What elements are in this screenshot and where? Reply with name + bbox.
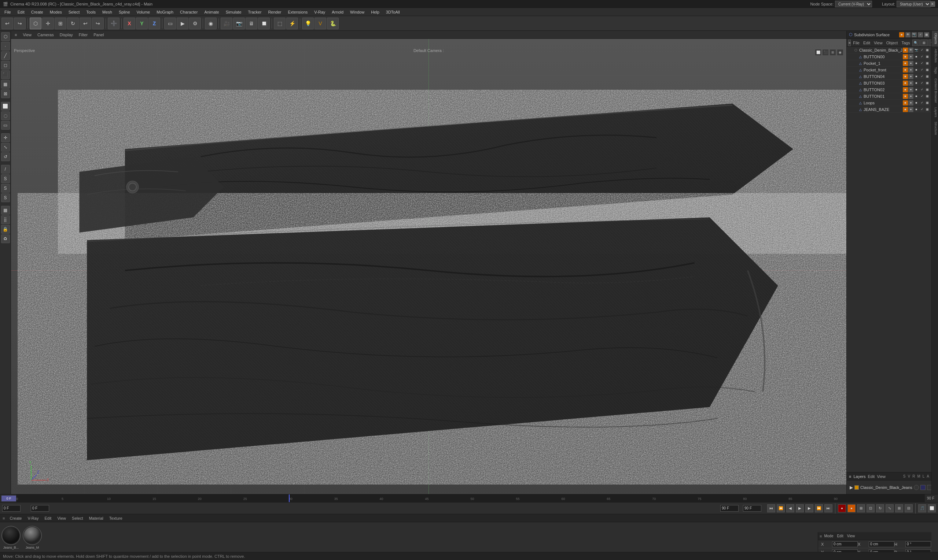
file-menu-item[interactable]: File (852, 41, 861, 45)
obj-filter-icon[interactable]: ≡ (848, 40, 851, 46)
object-item-jeansbaze[interactable]: △ JEANS_BAZE ■ ● ■ ✓ ▦ (847, 106, 932, 113)
vp-fullscreen-btn[interactable]: ⬜ (815, 49, 821, 56)
vp-menu-icon[interactable]: ≡ (12, 32, 19, 38)
grid1-btn[interactable]: ▦ (1, 206, 10, 215)
object-item-pocket1[interactable]: △ Pocket_1 ■ ● ■ ✓ ▦ (847, 60, 932, 67)
spline-btn[interactable]: S (1, 174, 10, 183)
flag-orange[interactable]: ■ (903, 48, 908, 53)
perspective-button[interactable]: ◉ (205, 18, 217, 29)
play-button[interactable]: ▶ (177, 18, 188, 29)
spline3-btn[interactable]: S (1, 193, 10, 202)
move-btn[interactable]: ✛ (1, 133, 10, 142)
mat-create[interactable]: Create (7, 515, 24, 521)
menu-window[interactable]: Window (347, 9, 367, 15)
undo-button[interactable]: ↩ (2, 18, 13, 29)
layout-selector[interactable]: Layout: Startup (User) (882, 1, 931, 7)
key-pla-btn[interactable]: ⊟ (905, 504, 913, 512)
workplane-btn[interactable]: ⊠ (1, 89, 10, 98)
prev-frame-btn[interactable]: ◀ (786, 504, 794, 512)
live-select-btn[interactable]: ◌ (1, 111, 10, 120)
x-axis-button[interactable]: X (123, 18, 135, 29)
title-bar-controls[interactable]: Node Space: Current (V-Ray) Layout: Star… (915, 2, 935, 6)
tab-content-browser[interactable]: Content Browser (932, 76, 938, 105)
object-item-loops[interactable]: △ Loops ■ ● ■ ✓ ▦ (847, 100, 932, 106)
python-button[interactable]: 🐍 (327, 18, 339, 29)
poly-mode-btn[interactable]: ◻ (1, 61, 10, 69)
material-thumb-jeans-b[interactable] (2, 526, 20, 545)
object-item-pocketfront[interactable]: △ Pocket_front ■ ● ■ ✓ ▦ (847, 67, 932, 73)
flag-c-btn00[interactable]: ✓ (919, 54, 924, 59)
current-frame-input[interactable] (2, 505, 20, 512)
key-rot-btn[interactable]: ↻ (876, 504, 884, 512)
texture-mode-btn[interactable]: ▦ (1, 80, 10, 89)
menu-simulate[interactable]: Simulate (223, 9, 244, 15)
flag-vis[interactable]: 👁 (908, 48, 913, 53)
viewport[interactable]: ≡ View Cameras Display Filter Panel (11, 31, 846, 494)
mat-toolbar-icon[interactable]: ≡ (2, 516, 6, 520)
preview-btn[interactable]: ⬜ (928, 504, 936, 512)
material-thumb-jeans-m[interactable] (23, 526, 42, 545)
layer-solo-btn[interactable] (914, 485, 919, 490)
vray-button[interactable]: V (315, 18, 326, 29)
vp-menu-cameras[interactable]: Cameras (35, 32, 56, 38)
mat-material[interactable]: Material (87, 515, 106, 521)
object-item-btn04[interactable]: △ BUTTON04 ■ ● ■ ✓ ▦ (847, 73, 932, 80)
flag-vis-btn00[interactable]: ● (908, 54, 913, 59)
frame-offset-input[interactable] (31, 505, 49, 512)
object-mode-btn[interactable]: ⬡ (1, 32, 10, 41)
filter-icon[interactable]: ⊞ (920, 40, 928, 46)
vp-menu-panel[interactable]: Panel (91, 32, 106, 38)
vp-menu-display[interactable]: Display (57, 32, 75, 38)
render-button[interactable]: 🎥 (221, 18, 232, 29)
subdiv-grid-flag[interactable]: ▦ (924, 32, 929, 37)
menu-file[interactable]: File (2, 9, 14, 15)
render3-button[interactable]: 🖥 (245, 18, 257, 29)
select-tool-btn[interactable]: ⬜ (1, 102, 10, 111)
menu-arnold[interactable]: Arnold (329, 9, 346, 15)
menu-animate[interactable]: Animate (201, 9, 222, 15)
vp-lock-btn[interactable]: ⬛ (822, 49, 829, 56)
rotate-btn[interactable]: ↺ (1, 152, 10, 161)
redo2-button[interactable]: ↪ (92, 18, 104, 29)
go-end-btn[interactable]: ⏭ (824, 504, 832, 512)
frame-button[interactable]: ▭ (164, 18, 176, 29)
flag-check[interactable]: ✓ (919, 48, 924, 53)
move-tool-button[interactable]: ✛ (42, 18, 54, 29)
close-button[interactable]: ✕ (930, 2, 935, 6)
mat-edit[interactable]: Edit (42, 515, 54, 521)
render2-button[interactable]: 📷 (233, 18, 245, 29)
subdiv-vis-flag[interactable]: 👁 (906, 32, 910, 37)
tab-tags[interactable]: Tags (932, 65, 938, 76)
timeline-track[interactable]: 0 5 10 15 20 25 30 35 40 45 50 55 60 65 … (16, 494, 925, 502)
mat-texture[interactable]: Texture (107, 515, 125, 521)
menu-modes[interactable]: Modes (47, 9, 65, 15)
tags-menu-item[interactable]: Tags (900, 41, 911, 45)
rotate-tool-button[interactable]: ↻ (67, 18, 79, 29)
x-pos-input[interactable] (832, 542, 858, 547)
menu-edit[interactable]: Edit (15, 9, 28, 15)
recycle-btn[interactable]: ♻ (1, 234, 10, 243)
menu-extensions[interactable]: Extensions (285, 9, 310, 15)
go-start-btn[interactable]: ⏮ (767, 504, 775, 512)
mat-select[interactable]: Select (69, 515, 85, 521)
subdiv-check-flag[interactable]: ✓ (918, 32, 923, 37)
object-item-btn03[interactable]: △ BUTTON03 ■ ● ■ ✓ ▦ (847, 80, 932, 86)
render4-button[interactable]: 🔲 (258, 18, 270, 29)
layer-item-jeans[interactable]: ▶ Classic_Denim_Black_Jeans ▶ (848, 484, 932, 491)
model-mode-button[interactable]: ⬡ (30, 18, 42, 29)
subdiv-render-flag[interactable]: 📷 (912, 32, 917, 37)
attr-edit[interactable]: Edit (835, 534, 844, 538)
undo2-button[interactable]: ↩ (80, 18, 91, 29)
magnet-button[interactable]: ⚡ (286, 18, 298, 29)
add-button[interactable]: ➕ (108, 18, 119, 29)
layers-edit[interactable]: Edit (868, 474, 875, 479)
object-menu-item[interactable]: Object (885, 41, 899, 45)
node-space-selector[interactable]: Node Space: Current (V-Ray) (810, 1, 872, 7)
record-btn[interactable]: ● (838, 504, 846, 512)
menu-create[interactable]: Create (28, 9, 46, 15)
selection-button[interactable]: ⬚ (274, 18, 285, 29)
z-axis-button[interactable]: Z (148, 18, 160, 29)
flag-orange-btn00[interactable]: ■ (903, 54, 908, 59)
mat-view[interactable]: View (55, 515, 68, 521)
attr-icon[interactable]: ≡ (819, 534, 822, 538)
